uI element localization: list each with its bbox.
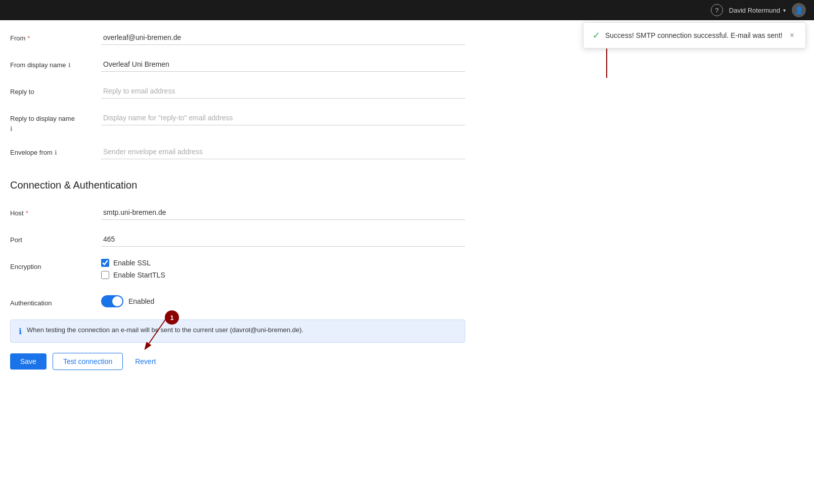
enable-ssl-label[interactable]: Enable SSL xyxy=(113,259,151,267)
reply-to-display-name-input[interactable] xyxy=(101,111,465,125)
required-indicator: * xyxy=(27,34,30,42)
authentication-row: Authentication Enabled xyxy=(10,295,465,307)
from-display-name-row: From display name ℹ xyxy=(10,57,465,72)
from-input[interactable] xyxy=(101,30,465,45)
reply-to-input-wrap xyxy=(101,84,465,99)
envelope-from-label: Envelope from ℹ xyxy=(10,145,101,156)
save-button[interactable]: Save xyxy=(10,353,47,370)
from-label: From * xyxy=(10,30,101,42)
reply-to-display-name-input-wrap xyxy=(101,111,465,125)
encryption-options: Enable SSL Enable StartTLS xyxy=(101,259,465,283)
toast-success-icon: ✓ xyxy=(593,30,600,41)
reply-to-input[interactable] xyxy=(101,84,465,99)
button-row: Save Test connection Revert xyxy=(10,353,465,370)
host-row: Host * xyxy=(10,205,465,220)
reply-to-row: Reply to xyxy=(10,84,465,99)
from-row: From * xyxy=(10,30,465,45)
user-menu[interactable]: David Rotermund ▾ xyxy=(729,7,786,14)
authentication-toggle[interactable] xyxy=(101,295,123,307)
enable-ssl-checkbox[interactable] xyxy=(101,259,109,267)
info-icon[interactable]: ℹ xyxy=(68,62,71,69)
port-row: Port xyxy=(10,232,465,247)
host-label: Host * xyxy=(10,205,101,217)
from-input-wrap xyxy=(101,30,465,45)
main-content: From * From display name ℹ Reply to Repl… xyxy=(0,20,485,390)
info-box-text: When testing the connection an e-mail wi… xyxy=(27,326,303,334)
enable-ssl-row: Enable SSL xyxy=(101,259,465,267)
test-connection-button[interactable]: Test connection xyxy=(53,353,123,370)
chevron-down-icon: ▾ xyxy=(783,8,786,13)
envelope-from-row: Envelope from ℹ xyxy=(10,145,465,159)
reply-to-label: Reply to xyxy=(10,84,101,96)
toast-message: Success! SMTP connection successful. E-m… xyxy=(605,31,783,39)
from-display-name-input-wrap xyxy=(101,57,465,72)
revert-button[interactable]: Revert xyxy=(129,353,162,370)
toast-close-button[interactable]: × xyxy=(788,31,796,40)
envelope-from-input-wrap xyxy=(101,145,465,159)
host-input-wrap xyxy=(101,205,465,220)
authentication-toggle-wrap: Enabled xyxy=(101,295,465,307)
reply-to-display-name-label: Reply to display name ℹ xyxy=(10,111,101,132)
encryption-label: Encryption xyxy=(10,259,101,270)
port-label: Port xyxy=(10,232,101,244)
encryption-row: Encryption Enable SSL Enable StartTLS xyxy=(10,259,465,283)
enable-starttls-label[interactable]: Enable StartTLS xyxy=(113,271,165,279)
avatar[interactable]: 👤 xyxy=(792,3,806,17)
enable-starttls-row: Enable StartTLS xyxy=(101,271,465,279)
user-name: David Rotermund xyxy=(729,7,780,14)
envelope-from-info-icon[interactable]: ℹ xyxy=(55,149,57,156)
info-box: ℹ When testing the connection an e-mail … xyxy=(10,319,465,343)
authentication-wrap: Enabled xyxy=(101,295,465,307)
help-button[interactable]: ? xyxy=(711,4,723,16)
authentication-toggle-label: Enabled xyxy=(128,297,154,305)
authentication-label: Authentication xyxy=(10,295,101,307)
info-box-icon: ℹ xyxy=(19,327,22,336)
host-input[interactable] xyxy=(101,205,465,220)
port-input-wrap xyxy=(101,232,465,247)
from-display-name-label: From display name ℹ xyxy=(10,57,101,69)
topbar: ? David Rotermund ▾ 👤 xyxy=(0,0,814,20)
success-toast: ✓ Success! SMTP connection successful. E… xyxy=(583,22,806,49)
envelope-from-input[interactable] xyxy=(101,145,465,159)
port-input[interactable] xyxy=(101,232,465,247)
reply-to-display-info-icon[interactable]: ℹ xyxy=(10,125,13,132)
avatar-icon: 👤 xyxy=(795,6,803,14)
host-required-indicator: * xyxy=(26,209,28,217)
reply-to-display-name-row: Reply to display name ℹ xyxy=(10,111,465,132)
enable-starttls-checkbox[interactable] xyxy=(101,271,109,279)
from-display-name-input[interactable] xyxy=(101,57,465,72)
connection-section-heading: Connection & Authentication xyxy=(10,179,465,191)
